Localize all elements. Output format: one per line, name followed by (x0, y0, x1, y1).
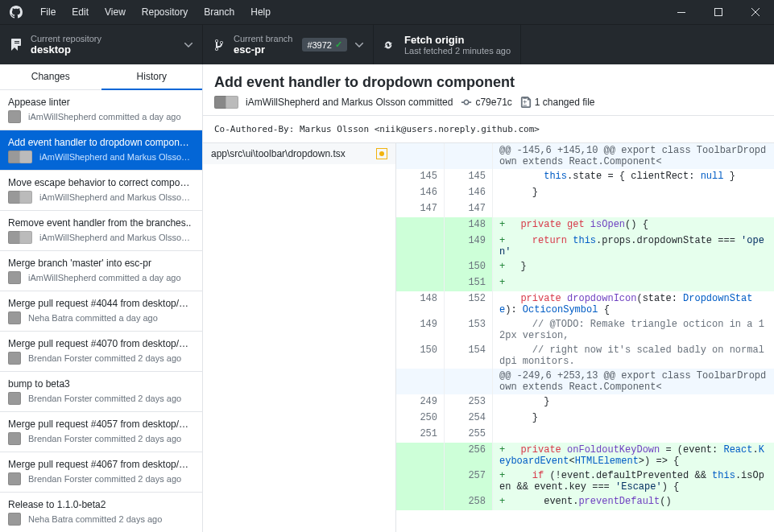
menu-view[interactable]: View (97, 0, 134, 24)
commit-list: Appease linteriAmWillShepherd committed … (0, 90, 202, 532)
commit-icon (461, 97, 472, 108)
diff-line: 145145 this.state = { clientRect: null } (396, 169, 774, 185)
file-item[interactable]: app\src\ui\toolbar\dropdown.tsx (203, 143, 395, 164)
commit-item-title: Appease linter (8, 97, 194, 108)
commit-item[interactable]: Merge pull request #4057 from desktop/…B… (0, 412, 202, 452)
modified-icon (376, 148, 387, 159)
menu-branch[interactable]: Branch (196, 0, 242, 24)
commit-item-meta: Brendan Forster committed 2 days ago (8, 392, 194, 405)
commit-item-title: Merge pull request #4057 from desktop/… (8, 419, 194, 430)
diff-line: 149+ return this.props.dropdownState ===… (396, 233, 774, 259)
avatar (8, 271, 21, 284)
diff-line: 249253 } (396, 394, 774, 410)
commit-item[interactable]: bump to beta3Brendan Forster committed 2… (0, 372, 202, 412)
diff-line: 151+ (396, 275, 774, 291)
commit-item-meta: Brendan Forster committed 2 days ago (8, 352, 194, 365)
commit-item-title: Release to 1.1.0-beta2 (8, 499, 194, 510)
tab-history[interactable]: History (101, 64, 203, 90)
avatar (8, 432, 21, 445)
diff-line: 250254 } (396, 410, 774, 427)
diff-line: @@ -249,6 +253,13 @@ export class Toolba… (396, 369, 774, 394)
diff-line: 258+ event.preventDefault() (396, 494, 774, 510)
commit-item-title: Merge pull request #4070 from desktop/… (8, 338, 194, 349)
menu-help[interactable]: Help (242, 0, 279, 24)
diff-line: 146146 } (396, 185, 774, 201)
commit-item[interactable]: Merge pull request #4067 from desktop/…B… (0, 452, 202, 493)
tab-changes[interactable]: Changes (0, 64, 101, 90)
avatar (8, 352, 21, 365)
app-logo (0, 6, 32, 19)
commit-item[interactable]: Remove event handler from the branches..… (0, 211, 202, 251)
avatar (8, 513, 21, 526)
diff-line: 148152 private dropdownIcon(state: Dropd… (396, 291, 774, 317)
close-button[interactable] (737, 0, 774, 24)
diff-icon (520, 97, 532, 108)
avatar (19, 191, 32, 204)
sidebar-tabs: Changes History (0, 64, 202, 90)
avatar (8, 472, 21, 485)
co-author-line: Co-Authored-By: Markus Olsson <niik@user… (203, 116, 774, 143)
commit-item-title: Merge branch 'master' into esc-pr (8, 258, 194, 269)
commit-item-meta: Brendan Forster committed 2 days ago (8, 432, 194, 445)
toolbar: Current repository desktop Current branc… (0, 24, 774, 64)
svg-rect-1 (715, 9, 722, 16)
commit-header: Add event handler to dropdown component … (203, 64, 774, 116)
pr-badge: #3972✓ (302, 38, 347, 52)
avatar (19, 151, 32, 163)
avatar (8, 311, 21, 324)
diff-line: @@ -145,6 +145,10 @@ export class Toolba… (396, 143, 774, 169)
branch-value: esc-pr (234, 43, 292, 56)
diff-line: 256+ private onFoldoutKeyDown = (event: … (396, 443, 774, 468)
titlebar: FileEditViewRepositoryBranchHelp (0, 0, 774, 24)
commit-item[interactable]: Merge pull request #4070 from desktop/…B… (0, 332, 202, 372)
sidebar: Changes History Appease linteriAmWillShe… (0, 64, 203, 532)
commit-item[interactable]: Appease linteriAmWillShepherd committed … (0, 90, 202, 130)
avatar (19, 231, 32, 244)
avatar (226, 96, 238, 109)
branch-dropdown[interactable]: Current branch esc-pr #3972✓ (203, 25, 374, 64)
commit-item-meta: Brendan Forster committed 2 days ago (8, 472, 194, 485)
maximize-button[interactable] (700, 0, 737, 24)
file-list: app\src\ui\toolbar\dropdown.tsx (203, 143, 396, 532)
commit-item-title: Merge pull request #4044 from desktop/… (8, 298, 194, 309)
diff-view: @@ -145,6 +145,10 @@ export class Toolba… (396, 143, 774, 532)
menu-repository[interactable]: Repository (134, 0, 196, 24)
commit-item-meta: iAmWillShepherd and Markus Olsson co… (8, 231, 194, 244)
diff-line: 150154 // right now it's scaled badly on… (396, 343, 774, 369)
commit-item[interactable]: Release to 1.1.0-beta2Neha Batra committ… (0, 493, 202, 532)
menu-file[interactable]: File (32, 0, 64, 24)
commit-item[interactable]: Add event handler to dropdown compon…iAm… (0, 130, 202, 171)
repo-label: Current repository (31, 34, 101, 43)
commit-item[interactable]: Merge branch 'master' into esc-priAmWill… (0, 251, 202, 291)
diff-line: 149153 // @TODO: Remake triangle octicon… (396, 317, 774, 343)
fetch-label: Fetch origin (404, 34, 511, 46)
minimize-button[interactable] (663, 0, 700, 24)
menu-edit[interactable]: Edit (64, 0, 97, 24)
commit-item-meta: iAmWillShepherd committed a day ago (8, 110, 194, 123)
commit-item-title: Remove event handler from the branches.. (8, 217, 194, 229)
fetch-sub: Last fetched 2 minutes ago (404, 46, 511, 56)
changed-files: 1 changed file (535, 97, 595, 108)
commit-item-meta: iAmWillShepherd committed a day ago (8, 271, 194, 284)
avatar (8, 110, 21, 123)
commit-item-meta: Neha Batra committed a day ago (8, 311, 194, 324)
diff-line: 147147 (396, 201, 774, 217)
branch-label: Current branch (234, 34, 292, 43)
diff-line: 257+ if (!event.defaultPrevented && this… (396, 468, 774, 494)
commit-item[interactable]: Merge pull request #4044 from desktop/…N… (0, 291, 202, 332)
commit-item-title: Merge pull request #4067 from desktop/… (8, 459, 194, 470)
file-path: app\src\ui\toolbar\dropdown.tsx (211, 148, 346, 159)
content-pane: Add event handler to dropdown component … (203, 64, 774, 532)
commit-item-meta: iAmWillShepherd and Markus Olsson co… (8, 151, 194, 163)
avatar (8, 392, 21, 405)
repo-dropdown[interactable]: Current repository desktop (0, 25, 203, 64)
diff-line: 148+ private get isOpen() { (396, 217, 774, 233)
commit-authors: iAmWillShepherd and Markus Olsson commit… (246, 97, 453, 108)
commit-title: Add event handler to dropdown component (214, 74, 763, 91)
commit-sha: c79e71c (475, 97, 511, 108)
commit-item[interactable]: Move escape behavior to correct compo…iA… (0, 171, 202, 211)
check-icon: ✓ (335, 39, 342, 50)
fetch-button[interactable]: Fetch origin Last fetched 2 minutes ago (374, 25, 521, 64)
diff-line: 150+ } (396, 259, 774, 275)
commit-item-meta: Neha Batra committed 2 days ago (8, 513, 194, 526)
